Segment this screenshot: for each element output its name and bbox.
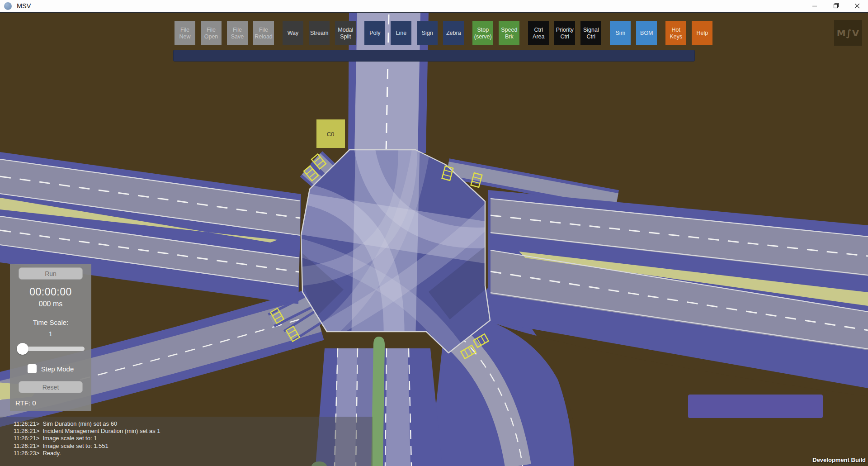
log-line: 11:26:23> Ready. [14, 450, 373, 457]
toolbar-button-stop-serve[interactable]: Stop (serve) [472, 21, 493, 45]
log-line: 11:26:21> Sim Duration (min) set as 60 [14, 420, 373, 428]
toolbar-button-modal-split[interactable]: Modal Split [335, 21, 356, 45]
maximize-button[interactable] [826, 0, 847, 12]
log-overlay: 11:26:21> Sim Duration (min) set as 60 1… [0, 417, 373, 466]
toolbar-button-line[interactable]: Line [391, 21, 411, 45]
toolbar-button-sign[interactable]: Sign [417, 21, 438, 45]
toolbar-button-ctrl-area[interactable]: Ctrl Area [528, 21, 549, 45]
toolbar-button-sim[interactable]: Sim [610, 21, 631, 45]
reset-button[interactable]: Reset [19, 381, 83, 393]
msv-logo: M∫V [834, 20, 862, 46]
toolbar-group-control: Ctrl Area Priority Ctrl Signal Ctrl [528, 21, 601, 45]
app-icon [4, 2, 12, 10]
time-scale-slider[interactable] [17, 343, 85, 355]
toolbar-button-zebra[interactable]: Zebra [443, 21, 464, 45]
info-panel [688, 395, 823, 418]
sim-milliseconds: 000 ms [10, 300, 91, 308]
toolbar-group-file: File New File Open File Save File Reload [175, 21, 274, 45]
toolbar-group-draw: Poly Line Sign Zebra [364, 21, 464, 45]
step-mode-row: Step Mode [10, 364, 91, 373]
minimize-button[interactable] [804, 0, 826, 12]
dev-build-label: Development Build [812, 456, 866, 463]
sim-timer: 00:00:00 [10, 286, 91, 298]
log-line: 11:26:21> Image scale set to: 1 [14, 435, 373, 442]
toolbar-button-speed-brk[interactable]: Speed Brk [499, 21, 519, 45]
toolbar-group-network: Way Stream Modal Split [283, 21, 356, 45]
toolbar-button-bgm[interactable]: BGM [636, 21, 657, 45]
step-mode-checkbox[interactable] [28, 364, 37, 373]
sim-control-panel: Run 00:00:00 000 ms Time Scale: 1 Step M… [10, 264, 91, 411]
window-controls [804, 0, 868, 12]
toolbar-group-traffic: Stop (serve) Speed Brk [472, 21, 519, 45]
run-button[interactable]: Run [19, 267, 83, 280]
rtf-value: RTF: 0 [15, 399, 91, 407]
c0-text: C0 [327, 131, 335, 138]
toolbar-button-file-save[interactable]: File Save [227, 21, 248, 45]
toolbar-button-file-new[interactable]: File New [175, 21, 195, 45]
toolbar-button-poly[interactable]: Poly [364, 21, 385, 45]
log-line: 11:26:21> Incident Management Duration (… [14, 428, 373, 435]
toolbar-button-priority-ctrl[interactable]: Priority Ctrl [554, 21, 575, 45]
titlebar: MSV [0, 0, 868, 13]
toolbar-button-hot-keys[interactable]: Hot Keys [665, 21, 686, 45]
step-mode-label: Step Mode [41, 365, 74, 373]
log-line: 11:26:21> Image scale set to: 1.551 [14, 442, 373, 450]
slider-knob[interactable] [17, 343, 28, 355]
c0-label[interactable]: C0 [316, 119, 345, 148]
window-title: MSV [17, 2, 31, 10]
toolbar-button-way[interactable]: Way [283, 21, 303, 45]
toolbar: File New File Open File Save File Reload… [175, 21, 712, 45]
progress-bar [173, 50, 695, 62]
toolbar-group-sim: Sim BGM [610, 21, 657, 45]
toolbar-button-help[interactable]: Help [692, 21, 712, 45]
toolbar-button-signal-ctrl[interactable]: Signal Ctrl [580, 21, 601, 45]
time-scale-label: Time Scale: [10, 319, 91, 326]
toolbar-button-stream[interactable]: Stream [309, 21, 330, 45]
toolbar-button-file-reload[interactable]: File Reload [253, 21, 274, 45]
close-button[interactable] [847, 0, 868, 12]
toolbar-group-help: Hot Keys Help [665, 21, 712, 45]
time-scale-value: 1 [10, 330, 91, 338]
toolbar-button-file-open[interactable]: File Open [201, 21, 222, 45]
